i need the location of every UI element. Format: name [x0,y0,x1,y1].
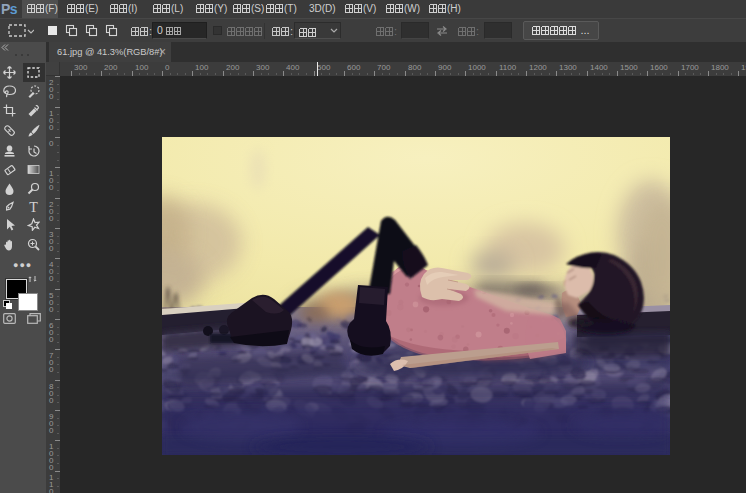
svg-text:T: T [29,200,38,213]
